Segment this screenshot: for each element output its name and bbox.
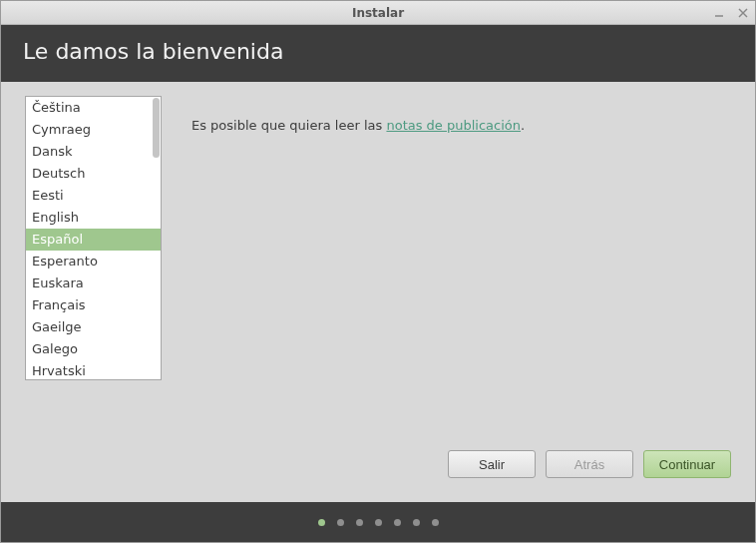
quit-button[interactable]: Salir bbox=[448, 450, 536, 478]
window-controls bbox=[711, 1, 751, 25]
welcome-banner: Le damos la bienvenida bbox=[1, 25, 755, 82]
language-option[interactable]: Dansk bbox=[26, 141, 161, 163]
welcome-heading: Le damos la bienvenida bbox=[23, 39, 283, 64]
language-option[interactable]: Hrvatski bbox=[26, 360, 161, 379]
progress-dot bbox=[337, 519, 344, 526]
release-notes-link[interactable]: notas de publicación bbox=[386, 118, 521, 133]
language-option[interactable]: Deutsch bbox=[26, 163, 161, 185]
progress-dot bbox=[394, 519, 401, 526]
language-option[interactable]: Français bbox=[26, 294, 161, 316]
language-option[interactable]: Gaeilge bbox=[26, 316, 161, 338]
progress-dot bbox=[356, 519, 363, 526]
language-option[interactable]: Cymraeg bbox=[26, 119, 161, 141]
language-listbox[interactable]: ČeštinaCymraegDanskDeutschEestiEnglishEs… bbox=[25, 96, 162, 380]
back-button[interactable]: Atrás bbox=[546, 450, 633, 478]
window-title: Instalar bbox=[1, 6, 755, 20]
language-option[interactable]: Esperanto bbox=[26, 251, 161, 272]
installer-window: Instalar Le damos la bienvenida ČeštinaC… bbox=[0, 0, 756, 543]
close-button[interactable] bbox=[735, 5, 751, 21]
progress-dot bbox=[375, 519, 382, 526]
language-option[interactable]: Čeština bbox=[26, 97, 161, 119]
main-row: ČeštinaCymraegDanskDeutschEestiEnglishEs… bbox=[25, 96, 731, 434]
scrollbar-thumb[interactable] bbox=[153, 98, 160, 158]
info-suffix: . bbox=[521, 118, 525, 133]
continue-button[interactable]: Continuar bbox=[643, 450, 731, 478]
progress-dot bbox=[432, 519, 439, 526]
language-option[interactable]: Galego bbox=[26, 338, 161, 360]
info-text: Es posible que quiera leer las notas de … bbox=[191, 96, 525, 434]
language-option[interactable]: Eesti bbox=[26, 185, 161, 207]
button-row: Salir Atrás Continuar bbox=[25, 434, 731, 492]
minimize-button[interactable] bbox=[711, 5, 727, 21]
info-prefix: Es posible que quiera leer las bbox=[191, 118, 386, 133]
content-area: ČeštinaCymraegDanskDeutschEestiEnglishEs… bbox=[1, 82, 755, 502]
progress-dots bbox=[1, 502, 755, 542]
language-option[interactable]: Español bbox=[26, 229, 161, 251]
titlebar: Instalar bbox=[1, 1, 755, 25]
progress-dot bbox=[318, 519, 325, 526]
progress-dot bbox=[413, 519, 420, 526]
language-option[interactable]: Euskara bbox=[26, 272, 161, 294]
language-option[interactable]: English bbox=[26, 207, 161, 229]
